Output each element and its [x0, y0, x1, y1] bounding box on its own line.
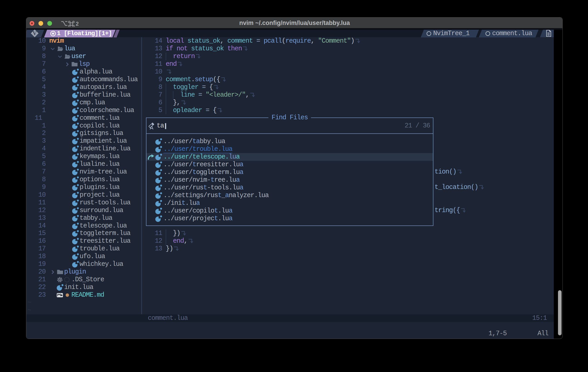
- svg-text:V: V: [33, 30, 37, 36]
- svg-text:im: im: [36, 34, 39, 36]
